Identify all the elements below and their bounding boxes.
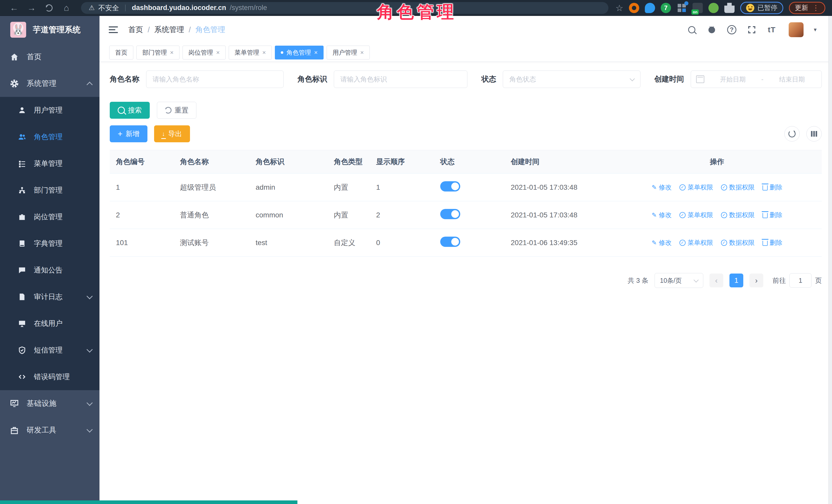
status-toggle[interactable] [440,209,460,219]
edit-icon: ✎ [651,240,657,246]
close-icon[interactable]: × [216,49,220,56]
tab-home[interactable]: 首页 [109,46,133,59]
export-button-label: 导出 [168,129,182,138]
data-permission-link[interactable]: ✓数据权限 [721,183,755,191]
edit-link[interactable]: ✎修改 [651,211,672,219]
delete-link[interactable]: 删除 [762,183,782,191]
tab-label: 部门管理 [142,49,167,57]
extension-monkey-icon[interactable] [708,3,719,13]
role-name-input[interactable] [146,71,284,88]
close-icon[interactable]: × [170,49,174,56]
bookmark-star-icon[interactable]: ☆ [616,3,623,13]
col-role-id: 角色编号 [110,150,174,174]
browser-home-button[interactable]: ⌂ [59,2,74,15]
cell-role-name: 超级管理员 [174,174,250,201]
tab-menus[interactable]: 菜单管理 × [229,46,272,59]
create-time-range-picker[interactable]: 开始日期 - 结束日期 [691,71,822,88]
avatar-caret-icon[interactable]: ▾ [814,26,816,33]
chevron-down-icon [86,346,93,352]
start-date-placeholder[interactable]: 开始日期 [708,75,757,84]
export-button[interactable]: ↓ 导出 [154,125,190,142]
sidebar-item-label: 用户管理 [34,105,92,115]
close-icon[interactable]: × [360,49,364,56]
status-select[interactable]: 角色状态 [503,71,640,88]
home-icon [10,52,19,61]
browser-reload-button[interactable] [42,2,56,15]
sidebar-item-users[interactable]: 用户管理 [0,97,100,124]
font-size-button[interactable]: tT [766,24,777,35]
refresh-table-button[interactable] [784,126,800,141]
calendar-icon [696,75,704,83]
browser-update-button[interactable]: 更新 ⋮ [789,2,825,14]
menu-permission-link[interactable]: ✓菜单权限 [679,211,713,219]
sidebar-item-posts[interactable]: 岗位管理 [0,204,100,230]
goto-page-input[interactable] [789,273,811,288]
sidebar-item-dev-tools[interactable]: 研发工具 [0,417,100,444]
extension-dark-icon[interactable]: on [693,3,703,13]
app-logo[interactable]: 🐰 芋道管理系统 [0,16,100,44]
browser-menu-icon[interactable]: ⋮ [812,4,820,12]
add-button[interactable]: + 新增 [110,125,148,142]
delete-link[interactable]: 删除 [762,238,782,247]
address-bar[interactable]: ⚠ 不安全 dashboard.yudao.iocoder.cn /system… [81,2,608,14]
delete-link[interactable]: 删除 [762,211,782,219]
goto-label: 前往 [773,276,786,285]
menu-permission-link[interactable]: ✓菜单权限 [679,238,713,247]
sidebar-item-roles[interactable]: 角色管理 [0,124,100,150]
browser-forward-button[interactable]: → [24,2,39,15]
help-button[interactable]: ? [726,24,737,35]
sidebar-collapse-button[interactable] [109,26,118,33]
end-date-placeholder[interactable]: 结束日期 [768,75,816,84]
reset-button[interactable]: 重置 [157,102,197,119]
chevron-down-icon [630,76,635,81]
sidebar-item-notices[interactable]: 通知公告 [0,257,100,284]
extension-green-icon[interactable]: 7 [661,3,671,13]
search-icon [688,26,695,33]
next-page-button[interactable]: › [749,273,763,287]
close-icon[interactable]: × [262,49,266,56]
sidebar-item-online-users[interactable]: 在线用户 [0,310,100,337]
page-number-1[interactable]: 1 [729,273,743,287]
sidebar-item-label: 部门管理 [34,185,92,195]
header-search-button[interactable] [686,24,697,35]
sidebar-item-audit-log[interactable]: 审计日志 [0,284,100,310]
search-button[interactable]: 搜索 [110,102,150,119]
column-settings-button[interactable] [806,126,822,141]
edit-link[interactable]: ✎修改 [651,183,672,191]
tab-posts[interactable]: 岗位管理 × [183,46,226,59]
profile-paused-button[interactable]: 已暂停 [740,2,783,14]
prev-page-button[interactable]: ‹ [709,273,723,287]
menu-permission-link[interactable]: ✓菜单权限 [679,183,713,191]
github-button[interactable] [706,24,718,35]
breadcrumb-section[interactable]: 系统管理 [154,25,184,35]
sidebar-item-home[interactable]: 首页 [0,44,100,70]
sidebar-item-sms[interactable]: 短信管理 [0,337,100,364]
tab-departments[interactable]: 部门管理 × [136,46,180,59]
sidebar-item-menus[interactable]: 菜单管理 [0,150,100,177]
sidebar-item-error-codes[interactable]: 错误码管理 [0,364,100,390]
status-toggle[interactable] [440,237,460,247]
breadcrumb-home[interactable]: 首页 [128,25,143,35]
role-key-input[interactable] [334,71,467,88]
close-icon[interactable]: × [314,49,318,56]
extension-ring-icon[interactable] [629,3,639,13]
sidebar-item-infrastructure[interactable]: 基础设施 [0,390,100,417]
edit-link[interactable]: ✎修改 [651,238,672,247]
sidebar-item-system[interactable]: 系统管理 [0,70,100,97]
page-scrollbar[interactable] [828,16,832,504]
page-size-select[interactable]: 10条/页 [655,273,703,288]
sidebar-item-dictionary[interactable]: 字典管理 [0,230,100,257]
sidebar-filler [0,444,100,504]
tab-users[interactable]: 用户管理 × [327,46,370,59]
extension-drop-icon[interactable] [645,3,655,13]
extension-grid-icon[interactable] [677,3,687,13]
user-avatar[interactable] [789,22,804,37]
extensions-puzzle-icon[interactable] [724,3,734,13]
browser-back-button[interactable]: ← [7,2,22,15]
status-toggle[interactable] [440,181,460,191]
data-permission-link[interactable]: ✓数据权限 [721,238,755,247]
data-permission-link[interactable]: ✓数据权限 [721,211,755,219]
sidebar-item-departments[interactable]: 部门管理 [0,177,100,204]
fullscreen-button[interactable] [746,24,757,35]
tab-roles[interactable]: 角色管理 × [275,46,323,59]
